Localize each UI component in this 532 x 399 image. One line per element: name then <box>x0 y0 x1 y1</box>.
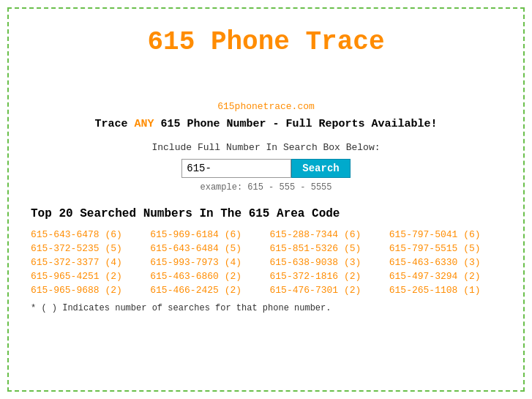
footnote: * ( ) Indicates number of searches for t… <box>31 303 501 313</box>
number-link[interactable]: 615-463-6330 (3) <box>389 257 501 268</box>
search-row: Search <box>31 159 501 178</box>
number-link[interactable]: 615-288-7344 (6) <box>270 229 382 240</box>
search-label: Include Full Number In Search Box Below: <box>31 142 501 153</box>
number-link[interactable]: 615-851-5326 (5) <box>270 243 382 254</box>
number-link[interactable]: 615-372-3377 (4) <box>31 257 143 268</box>
main-container: 615 Phone Trace 615phonetrace.com Trace … <box>7 7 525 392</box>
page-title: 615 Phone Trace <box>31 27 501 57</box>
number-link[interactable]: 615-265-1108 (1) <box>389 285 501 296</box>
number-link[interactable]: 615-497-3294 (2) <box>389 271 501 282</box>
number-link[interactable]: 615-476-7301 (2) <box>270 285 382 296</box>
number-link[interactable]: 615-463-6860 (2) <box>150 271 262 282</box>
search-example: example: 615 - 555 - 5555 <box>31 182 501 193</box>
tagline: Trace ANY 615 Phone Number - Full Report… <box>31 118 501 130</box>
numbers-grid: 615-643-6478 (6)615-969-6184 (6)615-288-… <box>31 229 501 296</box>
number-link[interactable]: 615-466-2425 (2) <box>150 285 262 296</box>
number-link[interactable]: 615-638-9038 (3) <box>270 257 382 268</box>
number-link[interactable]: 615-797-5515 (5) <box>389 243 501 254</box>
search-input[interactable] <box>181 159 291 178</box>
tagline-any: ANY <box>134 118 154 130</box>
tagline-after: 615 Phone Number - Full Reports Availabl… <box>154 118 437 130</box>
search-button[interactable]: Search <box>291 159 350 178</box>
number-link[interactable]: 615-643-6484 (5) <box>150 243 262 254</box>
number-link[interactable]: 615-965-4251 (2) <box>31 271 143 282</box>
tagline-before: Trace <box>94 118 134 130</box>
section-title: Top 20 Searched Numbers In The 615 Area … <box>31 207 501 220</box>
number-link[interactable]: 615-372-5235 (5) <box>31 243 143 254</box>
site-url: 615phonetrace.com <box>31 101 501 112</box>
number-link[interactable]: 615-643-6478 (6) <box>31 229 143 240</box>
number-link[interactable]: 615-965-9688 (2) <box>31 285 143 296</box>
number-link[interactable]: 615-993-7973 (4) <box>150 257 262 268</box>
number-link[interactable]: 615-969-6184 (6) <box>150 229 262 240</box>
number-link[interactable]: 615-797-5041 (6) <box>389 229 501 240</box>
number-link[interactable]: 615-372-1816 (2) <box>270 271 382 282</box>
